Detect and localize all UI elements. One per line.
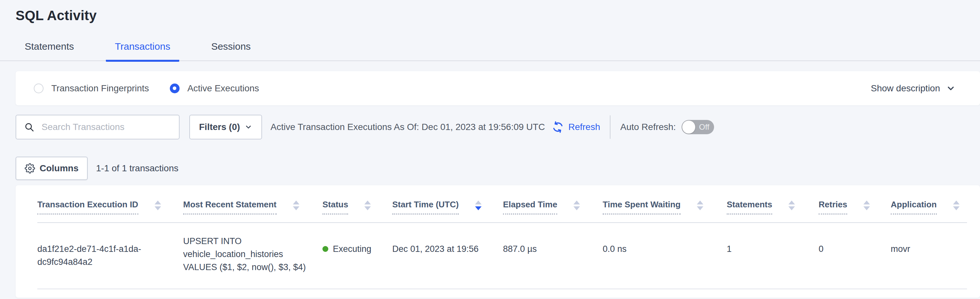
search-icon (24, 122, 34, 132)
elapsed-time-cell: 887.0 µs (503, 222, 603, 289)
column-header-time-spent-waiting[interactable]: Time Spent Waiting (603, 185, 727, 222)
sort-arrows-icon (953, 200, 959, 210)
columns-button-label: Columns (40, 163, 79, 174)
chevron-down-icon (245, 123, 252, 131)
page-header: SQL Activity (0, 0, 980, 23)
table-row: da1f21e2-de71-4c1f-a1da- dc9fc94a84a2 UP… (37, 222, 967, 289)
auto-refresh-label: Auto Refresh: (620, 122, 676, 132)
chevron-down-icon (946, 83, 956, 93)
sort-arrows-icon (573, 200, 580, 210)
sort-arrows-icon (864, 200, 870, 210)
table-controls-row: Columns 1-1 of 1 transactions (16, 157, 980, 180)
toolbar: Filters (0) Active Transaction Execution… (16, 114, 980, 140)
status-cell: Executing (323, 222, 392, 289)
toggle-state-label: Off (699, 123, 710, 132)
toggle-knob (682, 121, 695, 134)
radio-label: Transaction Fingerprints (51, 83, 149, 94)
refresh-label: Refresh (568, 122, 600, 132)
column-header-transaction-execution-id[interactable]: Transaction Execution ID (37, 185, 183, 222)
search-box (16, 115, 180, 139)
column-header-start-time[interactable]: Start Time (UTC) (392, 185, 503, 222)
radio-label: Active Executions (187, 83, 259, 94)
radio-transaction-fingerprints[interactable]: Transaction Fingerprints (34, 83, 149, 94)
time-spent-waiting-cell: 0.0 ns (603, 222, 727, 289)
status-badge: Executing (333, 243, 371, 256)
filters-label: Filters (0) (199, 122, 240, 132)
sort-arrows-icon (293, 200, 299, 210)
show-description-label: Show description (871, 83, 940, 94)
table-header-row: Transaction Execution ID Most Recent Sta… (37, 185, 967, 222)
executing-status-icon (323, 246, 328, 252)
sort-arrows-icon (697, 200, 703, 210)
results-count: 1-1 of 1 transactions (96, 163, 178, 174)
sort-arrows-icon (364, 200, 371, 210)
as-of-timestamp: Active Transaction Executions As Of: Dec… (270, 122, 545, 132)
start-time-cell: Dec 01, 2023 at 19:56 (392, 222, 503, 289)
column-header-application[interactable]: Application (891, 185, 967, 222)
tab-statements[interactable]: Statements (16, 41, 83, 62)
most-recent-statement-cell: UPSERT INTO vehicle_location_histories V… (183, 222, 323, 289)
tab-bar: Statements Transactions Sessions (0, 41, 980, 61)
column-header-statements[interactable]: Statements (727, 185, 819, 222)
view-options-card: Transaction Fingerprints Active Executio… (16, 71, 980, 105)
column-header-retries[interactable]: Retries (819, 185, 891, 222)
radio-icon (34, 83, 43, 93)
sql-activity-page: SQL Activity Statements Transactions Ses… (0, 0, 980, 299)
sort-arrows-icon (788, 200, 795, 210)
page-title: SQL Activity (16, 8, 980, 23)
transactions-table-card: Transaction Execution ID Most Recent Sta… (16, 185, 980, 298)
sort-arrows-icon (154, 200, 161, 210)
tab-transactions[interactable]: Transactions (106, 41, 180, 62)
radio-icon (170, 83, 180, 93)
column-header-status[interactable]: Status (323, 185, 392, 222)
filters-button[interactable]: Filters (0) (189, 115, 262, 139)
column-header-elapsed-time[interactable]: Elapsed Time (503, 185, 603, 222)
column-header-most-recent-statement[interactable]: Most Recent Statement (183, 185, 323, 222)
statements-count-cell: 1 (727, 222, 819, 289)
transactions-table: Transaction Execution ID Most Recent Sta… (37, 185, 967, 289)
transaction-id-link[interactable]: da1f21e2-de71-4c1f-a1da- dc9fc94a84a2 (37, 222, 183, 289)
toolbar-divider (610, 115, 611, 139)
application-cell: movr (891, 222, 967, 289)
search-input[interactable] (41, 122, 172, 133)
show-description-toggle[interactable]: Show description (871, 83, 956, 94)
auto-refresh-toggle[interactable]: Off (682, 120, 714, 134)
columns-button[interactable]: Columns (16, 157, 88, 180)
gear-icon (25, 163, 35, 174)
sort-arrows-icon (475, 200, 482, 210)
refresh-icon (551, 121, 564, 134)
radio-active-executions[interactable]: Active Executions (170, 83, 259, 94)
tab-sessions[interactable]: Sessions (202, 41, 260, 62)
retries-cell: 0 (819, 222, 891, 289)
refresh-button[interactable]: Refresh (551, 121, 600, 134)
